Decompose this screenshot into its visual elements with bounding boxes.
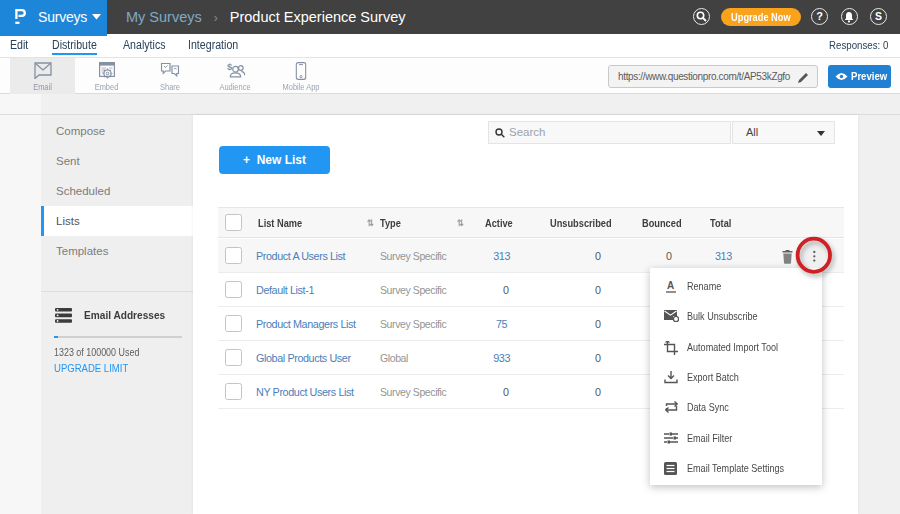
svg-text:A: A (667, 280, 674, 291)
svg-text:$: $ (227, 62, 233, 72)
